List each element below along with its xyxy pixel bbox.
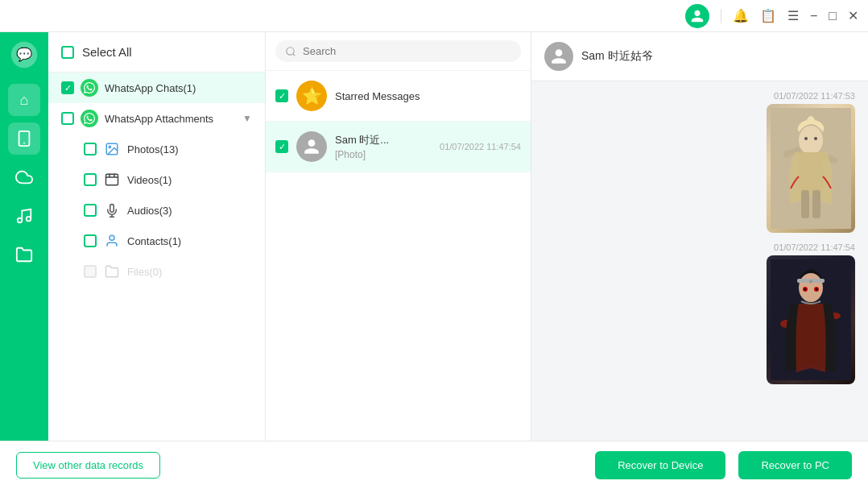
contacts-icon — [103, 232, 121, 250]
tree-item-files: Files(0) — [48, 256, 265, 287]
svg-point-12 — [287, 47, 294, 54]
left-panel: Select All WhatsApp Chats(1) WhatsApp At… — [48, 32, 266, 441]
photos-checkbox[interactable] — [84, 143, 97, 155]
sidebar-item-music[interactable] — [8, 200, 40, 232]
message-1-image — [767, 104, 855, 233]
whatsapp-chats-icon — [81, 79, 98, 97]
sidebar-item-device[interactable] — [8, 122, 40, 155]
photos-label: Photos(13) — [127, 143, 252, 155]
sam-time: 01/07/2022 11:47:54 — [440, 142, 521, 151]
search-bar — [266, 32, 531, 71]
sidebar-item-cloud[interactable] — [8, 161, 40, 193]
right-panel: Sam 时近姑爷 01/07/2022 11:47:53 — [531, 32, 868, 441]
middle-panel: ⭐ Starred Messages Sam 时近... [Photo] 01/… — [266, 32, 531, 441]
main-container: 💬 ⌂ Select All WhatsApp Chats(1) — [0, 32, 868, 441]
bottom-bar: View other data records Recover to Devic… — [0, 441, 868, 489]
starred-name: Starred Messages — [335, 90, 521, 102]
files-icon — [103, 263, 121, 280]
photos-icon — [103, 140, 121, 158]
files-label: Files(0) — [127, 266, 252, 278]
contacts-label: Contacts(1) — [127, 235, 252, 247]
user-avatar-button[interactable] — [685, 4, 709, 28]
audios-icon — [103, 201, 121, 219]
search-input[interactable] — [303, 45, 511, 57]
audios-checkbox[interactable] — [84, 204, 97, 217]
message-2: 01/07/2022 11:47:54 — [544, 242, 855, 384]
recover-to-pc-button[interactable]: Recover to PC — [738, 451, 852, 479]
svg-point-4 — [18, 218, 23, 223]
sam-checkbox[interactable] — [275, 140, 288, 153]
tree-item-contacts[interactable]: Contacts(1) — [48, 226, 265, 256]
notes-icon[interactable]: 📋 — [760, 8, 776, 23]
videos-icon — [103, 171, 121, 189]
svg-text:💬: 💬 — [16, 46, 33, 63]
videos-checkbox[interactable] — [84, 173, 97, 186]
files-checkbox — [84, 265, 97, 278]
chat-messages: 01/07/2022 11:47:53 — [531, 81, 868, 441]
expand-arrow-icon: ▼ — [242, 113, 252, 124]
app-logo: 💬 — [10, 40, 39, 69]
starred-info: Starred Messages — [335, 90, 521, 102]
svg-point-5 — [27, 217, 31, 222]
svg-point-7 — [109, 146, 110, 147]
contacts-checkbox[interactable] — [84, 234, 97, 247]
sam-name: Sam 时近... — [335, 133, 432, 147]
notification-icon[interactable]: 🔔 — [733, 8, 749, 23]
sam-conversation-item[interactable]: Sam 时近... [Photo] 01/07/2022 11:47:54 — [266, 122, 531, 172]
sidebar-item-home[interactable]: ⌂ — [8, 84, 40, 116]
svg-point-22 — [814, 137, 817, 140]
title-bar-controls: 🔔 📋 ☰ − □ ✕ — [685, 4, 858, 28]
maximize-button[interactable]: □ — [829, 9, 837, 23]
svg-point-21 — [804, 137, 808, 140]
starred-checkbox[interactable] — [275, 89, 288, 102]
search-icon — [285, 46, 296, 57]
starred-avatar: ⭐ — [296, 81, 327, 111]
nav-sidebar: 💬 ⌂ — [0, 32, 48, 441]
audios-label: Audios(3) — [127, 205, 252, 217]
close-button[interactable]: ✕ — [848, 8, 858, 23]
svg-point-11 — [110, 235, 114, 240]
tree-item-whatsapp-chats[interactable]: WhatsApp Chats(1) — [48, 73, 265, 103]
separator — [721, 9, 721, 23]
select-all-checkbox[interactable] — [61, 46, 74, 59]
sidebar-item-files[interactable] — [8, 238, 40, 271]
svg-point-27 — [799, 273, 823, 302]
svg-rect-19 — [801, 190, 809, 218]
chat-header: Sam 时近姑爷 — [531, 32, 868, 81]
svg-point-33 — [816, 288, 818, 291]
tree-item-whatsapp-attachments[interactable]: WhatsApp Attachments ▼ — [48, 103, 265, 134]
whatsapp-attachments-label: WhatsApp Attachments — [105, 113, 236, 125]
menu-icon[interactable]: ☰ — [787, 8, 799, 23]
sam-info: Sam 时近... [Photo] — [335, 133, 432, 160]
tree-item-audios[interactable]: Audios(3) — [48, 195, 265, 226]
chat-name: Sam 时近姑爷 — [581, 49, 653, 64]
view-other-data-button[interactable]: View other data records — [16, 452, 160, 479]
title-bar: 🔔 📋 ☰ − □ ✕ — [0, 0, 868, 32]
svg-point-15 — [799, 126, 823, 155]
svg-line-13 — [293, 53, 296, 56]
whatsapp-attachments-checkbox[interactable] — [61, 112, 74, 125]
message-1-timestamp: 01/07/2022 11:47:53 — [774, 91, 855, 101]
search-wrapper[interactable] — [275, 40, 521, 62]
whatsapp-chats-label: WhatsApp Chats(1) — [105, 82, 252, 94]
whatsapp-attachments-icon — [81, 110, 98, 127]
videos-label: Videos(1) — [127, 174, 252, 186]
svg-rect-8 — [106, 174, 118, 185]
select-all-row[interactable]: Select All — [48, 32, 265, 73]
chat-avatar — [544, 42, 573, 71]
sam-preview: [Photo] — [335, 149, 432, 160]
message-2-timestamp: 01/07/2022 11:47:54 — [774, 242, 855, 252]
tree-item-photos[interactable]: Photos(13) — [48, 134, 265, 164]
message-2-image: 卐 — [767, 255, 855, 384]
select-all-label: Select All — [82, 45, 132, 59]
recover-to-device-button[interactable]: Recover to Device — [595, 451, 725, 479]
sam-avatar — [296, 131, 327, 162]
whatsapp-chats-checkbox[interactable] — [61, 81, 74, 94]
message-1: 01/07/2022 11:47:53 — [544, 91, 855, 233]
svg-text:卐: 卐 — [809, 280, 812, 284]
svg-rect-20 — [812, 190, 820, 218]
svg-point-32 — [804, 288, 807, 291]
tree-item-videos[interactable]: Videos(1) — [48, 164, 265, 195]
minimize-button[interactable]: − — [810, 9, 817, 23]
starred-messages-item[interactable]: ⭐ Starred Messages — [266, 71, 531, 122]
